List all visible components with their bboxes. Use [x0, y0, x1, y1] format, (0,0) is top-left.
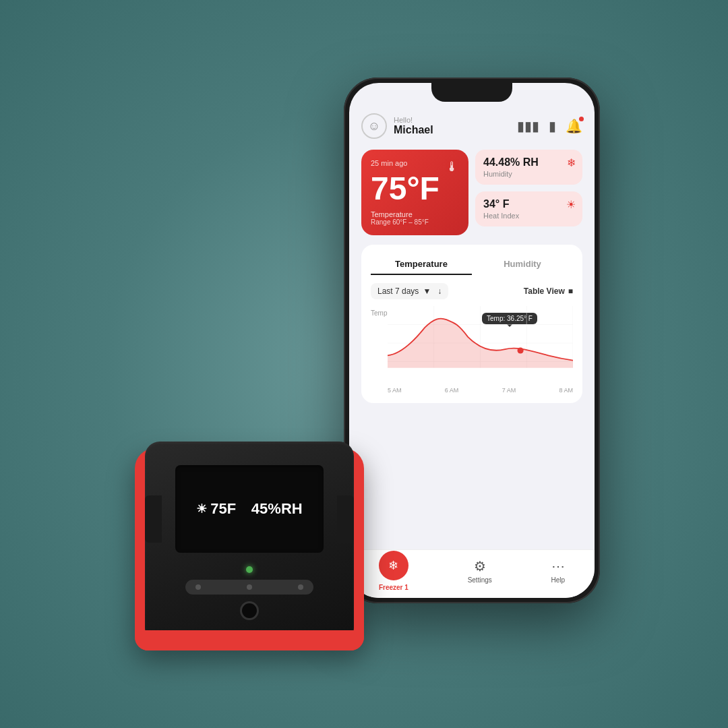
device-btn-left [195, 584, 201, 590]
device-humidity-value: 45%RH [251, 500, 303, 518]
device-black-body: ☀ 75F 45%RH [145, 442, 354, 640]
notification-icon[interactable]: 🔔 [566, 118, 582, 134]
chart-tabs: Temperature Humidity [371, 254, 573, 275]
nav-help-label: Help [551, 576, 566, 584]
heat-index-card[interactable]: ☀ 34° F Heat Index [475, 191, 582, 226]
tab-humidity[interactable]: Humidity [472, 254, 573, 275]
side-cards: ❄ 44.48% RH Humidity ☀ 34° F Heat Index [475, 150, 582, 235]
temperature-range: Range 60°F – 85°F [371, 218, 459, 226]
phone-notch [431, 83, 512, 102]
device-status-light [246, 566, 253, 573]
iot-device: ☀ 75F 45%RH [128, 435, 371, 650]
device-btn-center [247, 584, 252, 590]
device-btn-right [298, 584, 303, 590]
device-temperature-display: ☀ 75F [196, 500, 236, 518]
svg-point-7 [518, 347, 524, 353]
x-label-7am: 7 AM [502, 387, 516, 394]
settings-icon: ⚙ [474, 558, 486, 574]
x-label-8am: 8 AM [559, 387, 573, 394]
date-filter[interactable]: Last 7 days ▼ ↓ [371, 283, 448, 299]
heat-index-value: 34° F [483, 198, 574, 210]
hello-label: Hello! [394, 116, 433, 124]
heat-index-label: Heat Index [483, 212, 574, 220]
humidity-label: Humidity [483, 170, 574, 178]
humidity-card[interactable]: ❄ 44.48% RH Humidity [475, 150, 582, 185]
nav-item-settings[interactable]: ⚙ Settings [468, 558, 492, 584]
humidity-value: 44.48% RH [483, 156, 574, 169]
device-camera [240, 601, 259, 620]
chart-y-label: Temp [371, 309, 387, 317]
nav-item-help[interactable]: ⋯ Help [551, 558, 566, 584]
sun-icon: ☀ [196, 502, 207, 516]
x-label-6am: 6 AM [445, 387, 459, 394]
temperature-card[interactable]: 🌡 25 min ago 75°F Temperature Range 60°F… [361, 150, 468, 235]
chart-icon[interactable]: ▮▮▮ [517, 118, 539, 134]
chart-section: Temperature Humidity Last 7 days ▼ ↓ Tab… [361, 245, 582, 403]
avatar: ☺ [361, 113, 387, 139]
device-screen: ☀ 75F 45%RH [175, 465, 324, 553]
heat-icon: ☀ [566, 198, 576, 211]
help-icon: ⋯ [551, 558, 565, 574]
bottom-nav: ❄ Freezer 1 ⚙ Settings ⋯ Help [349, 549, 595, 598]
device-clip-right [337, 495, 354, 543]
humidity-icon: ❄ [567, 156, 576, 169]
user-info: ☺ Hello! Michael [361, 113, 433, 139]
tab-temperature[interactable]: Temperature [371, 254, 472, 275]
device-temp-value: 75F [210, 500, 236, 518]
table-view-label: Table View [524, 286, 565, 296]
phone: ☺ Hello! Michael ▮▮▮ ▮ 🔔 [344, 78, 600, 603]
temperature-label: Temperature [371, 210, 459, 218]
stats-row: 🌡 25 min ago 75°F Temperature Range 60°F… [361, 150, 582, 235]
freezer-icon: ❄ [388, 558, 398, 573]
header-icons: ▮▮▮ ▮ 🔔 [517, 118, 582, 134]
device-button-row [185, 580, 313, 595]
download-icon[interactable]: ↓ [437, 286, 442, 296]
x-label-5am: 5 AM [388, 387, 402, 394]
nav-freezer-label: Freezer 1 [379, 584, 408, 591]
chart-x-labels: 5 AM 6 AM 7 AM 8 AM [388, 387, 573, 394]
app-header: ☺ Hello! Michael ▮▮▮ ▮ 🔔 [361, 113, 582, 139]
table-view-button[interactable]: Table View ■ [524, 286, 573, 296]
chart-controls: Last 7 days ▼ ↓ Table View ■ [371, 283, 573, 299]
user-name: Michael [394, 124, 433, 136]
temperature-value: 75°F [371, 173, 459, 205]
device-red-bottom [135, 630, 364, 650]
date-filter-label: Last 7 days [377, 286, 419, 296]
time-ago: 25 min ago [371, 159, 459, 167]
grid-icon: ■ [568, 286, 573, 296]
nav-settings-label: Settings [468, 576, 492, 584]
chart-svg [388, 306, 573, 368]
device-clip-left [145, 495, 162, 543]
nav-item-freezer[interactable]: ❄ Freezer 1 [379, 551, 408, 591]
device-humidity-display: 45%RH [251, 500, 303, 518]
chevron-down-icon: ▼ [423, 286, 431, 296]
battery-icon: ▮ [549, 118, 556, 134]
chart-area: Temp Temp: 36.25° F [371, 306, 573, 394]
